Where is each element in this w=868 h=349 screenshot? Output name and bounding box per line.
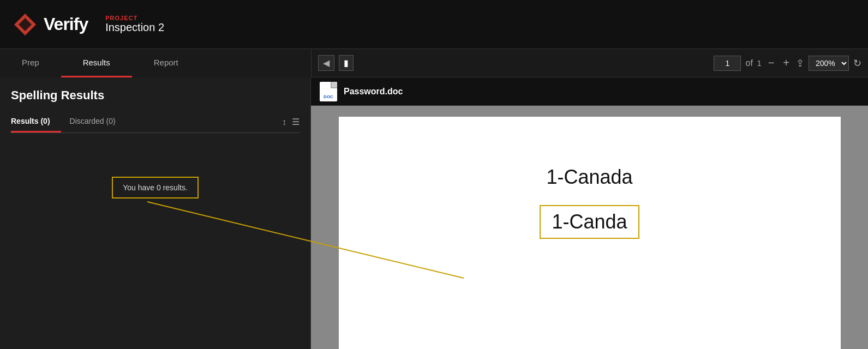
fit-page-button[interactable]: ⇪ bbox=[796, 57, 804, 69]
empty-results-area: You have 0 results. bbox=[11, 177, 300, 198]
tab-report[interactable]: Report bbox=[132, 49, 200, 77]
left-panel: Spelling Results Results (0) Discarded (… bbox=[0, 77, 311, 349]
app-header: Verify PROJECT Inspection 2 bbox=[0, 0, 868, 49]
page-number-input[interactable] bbox=[714, 56, 741, 71]
left-content: Spelling Results Results (0) Discarded (… bbox=[0, 77, 310, 198]
zoom-in-button[interactable]: + bbox=[781, 57, 792, 69]
sort-button[interactable]: ↕ bbox=[282, 117, 286, 127]
tab-prep[interactable]: Prep bbox=[0, 49, 61, 77]
project-info: PROJECT Inspection 2 bbox=[105, 15, 164, 34]
doc-page: 1-Canada 1-Canda bbox=[339, 117, 841, 349]
project-label: PROJECT bbox=[105, 15, 164, 21]
doc-canvas[interactable]: 1-Canada 1-Canda bbox=[311, 106, 868, 349]
tab-actions: ↕ ☰ bbox=[282, 117, 300, 127]
tab-results-items[interactable]: Results (0) bbox=[11, 111, 61, 133]
doc-filename: Password.doc bbox=[344, 87, 403, 97]
logo-area: Verify bbox=[13, 13, 88, 37]
filter-button[interactable]: ☰ bbox=[292, 117, 300, 127]
app-name: Verify bbox=[44, 14, 88, 34]
section-title: Spelling Results bbox=[11, 88, 300, 103]
doc-header: DOC Password.doc bbox=[311, 77, 868, 106]
right-panel: DOC Password.doc 1-Canada 1-Canda bbox=[311, 77, 868, 349]
rotate-button[interactable]: ↻ bbox=[853, 57, 861, 69]
document-toolbar: ◀ ▮ of 1 − + ⇪ 50% 75% 100% 150% 200% 30… bbox=[311, 49, 868, 77]
page-view-toggle-button[interactable]: ▮ bbox=[339, 55, 354, 71]
empty-message-box: You have 0 results. bbox=[112, 177, 199, 198]
tab-discarded[interactable]: Discarded (0) bbox=[70, 111, 127, 133]
main-layout: Spelling Results Results (0) Discarded (… bbox=[0, 77, 868, 349]
doc-text-canda-box: 1-Canda bbox=[540, 205, 639, 239]
doc-text-canada: 1-Canada bbox=[546, 166, 632, 189]
results-tabs: Results (0) Discarded (0) ↕ ☰ bbox=[11, 111, 300, 133]
nav-bar: Prep Results Report bbox=[0, 49, 311, 77]
page-total: 1 bbox=[757, 59, 762, 68]
page-of-label: of bbox=[745, 58, 752, 68]
empty-message-text: You have 0 results. bbox=[123, 183, 188, 192]
collapse-panel-button[interactable]: ◀ bbox=[318, 55, 334, 71]
doc-text-canda: 1-Canda bbox=[552, 210, 627, 233]
tab-results[interactable]: Results bbox=[61, 49, 132, 77]
logo-icon bbox=[13, 13, 37, 37]
zoom-select[interactable]: 50% 75% 100% 150% 200% 300% bbox=[809, 56, 849, 71]
doc-icon-label: DOC bbox=[324, 94, 333, 99]
zoom-out-button[interactable]: − bbox=[766, 57, 777, 69]
doc-file-icon: DOC bbox=[320, 82, 337, 101]
project-name: Inspection 2 bbox=[105, 21, 164, 34]
